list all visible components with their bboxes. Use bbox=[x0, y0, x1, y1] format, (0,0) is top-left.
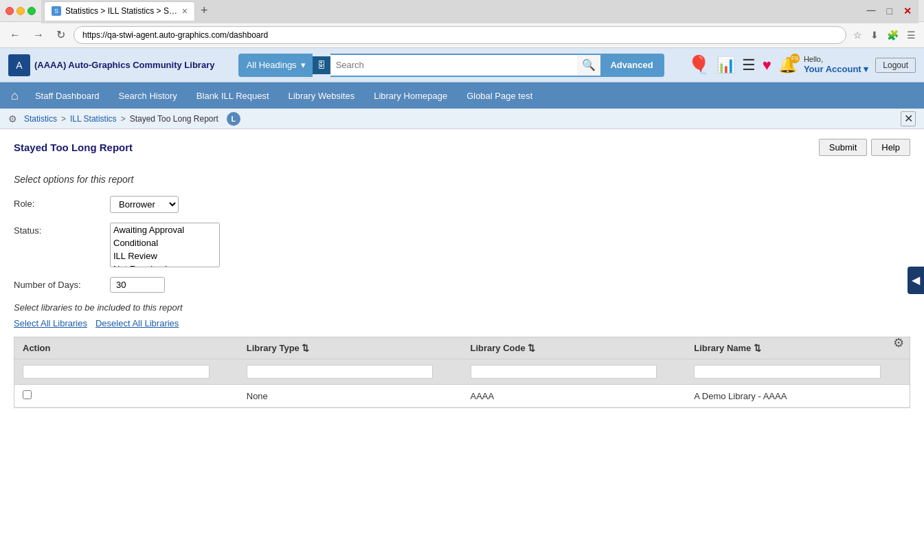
days-input[interactable] bbox=[110, 277, 165, 293]
app-header: A (AAAA) Auto-Graphics Community Library… bbox=[0, 48, 924, 82]
tab-favicon: S bbox=[52, 6, 61, 16]
breadcrumb-bar: ⚙ Statistics > ILL Statistics > Stayed T… bbox=[0, 109, 924, 129]
status-option-conditional: Conditional bbox=[111, 236, 219, 249]
nav-bar: ⌂ Staff Dashboard Search History Blank I… bbox=[0, 82, 924, 109]
filter-library-name-input[interactable] bbox=[694, 365, 881, 379]
table-settings-button[interactable]: ⚙ bbox=[893, 335, 904, 350]
page-title: Stayed Too Long Report bbox=[14, 142, 133, 153]
extensions-icon[interactable]: 🧩 bbox=[884, 28, 901, 42]
status-option-ill-review: ILL Review bbox=[111, 249, 219, 262]
notification-bell[interactable]: 🔔 F9 bbox=[778, 56, 797, 74]
app-library-name: (AAAA) Auto-Graphics Community Library bbox=[34, 60, 214, 70]
col-library-code: Library Code ⇅ bbox=[462, 337, 686, 359]
browser-titlebar: S Statistics > ILL Statistics > Staye × … bbox=[0, 0, 924, 22]
row-checkbox[interactable] bbox=[23, 390, 32, 399]
window-controls bbox=[5, 7, 36, 15]
search-input[interactable] bbox=[330, 54, 578, 77]
sort-library-type-icon[interactable]: ⇅ bbox=[302, 343, 309, 353]
search-dropdown[interactable]: All Headings ▾ bbox=[238, 54, 313, 77]
close-button[interactable]: ✕ bbox=[901, 111, 916, 126]
tab-close-btn[interactable]: × bbox=[182, 5, 188, 16]
nav-blank-ill-request[interactable]: Blank ILL Request bbox=[188, 87, 278, 105]
row-library-type: None bbox=[238, 385, 462, 407]
window-x-icon[interactable]: ✕ bbox=[899, 5, 916, 16]
balloon-icon[interactable]: 🎈 bbox=[688, 54, 710, 76]
col-action-label: Action bbox=[23, 343, 50, 353]
nav-search-history[interactable]: Search History bbox=[111, 87, 185, 105]
nav-library-websites[interactable]: Library Websites bbox=[280, 87, 363, 105]
filter-library-code-input[interactable] bbox=[471, 365, 657, 379]
filter-library-type-input[interactable] bbox=[247, 365, 433, 379]
submit-button[interactable]: Submit bbox=[819, 139, 867, 156]
title-buttons: Submit Help bbox=[819, 139, 910, 156]
deselect-all-libraries[interactable]: Deselect All Libraries bbox=[95, 318, 179, 328]
url-input[interactable] bbox=[74, 26, 846, 44]
breadcrumb-statistics[interactable]: Statistics bbox=[24, 114, 57, 124]
report-subtitle: Select options for this report bbox=[14, 174, 910, 185]
sort-library-code-icon[interactable]: ⇅ bbox=[528, 343, 535, 353]
search-button[interactable]: 🔍 bbox=[577, 54, 600, 77]
help-button[interactable]: Help bbox=[871, 139, 910, 156]
list-icon[interactable]: ☰ bbox=[742, 56, 756, 74]
bookmark-icon[interactable]: ☆ bbox=[850, 28, 865, 42]
filter-action bbox=[14, 359, 238, 385]
back-button[interactable]: ← bbox=[5, 27, 25, 43]
col-library-type-label: Library Type bbox=[247, 343, 300, 353]
filter-library-name bbox=[686, 359, 910, 385]
report-form: Select options for this report Role: Bor… bbox=[14, 167, 910, 415]
status-label: Status: bbox=[14, 223, 110, 236]
account-link[interactable]: Your Account ▾ bbox=[804, 64, 868, 74]
row-action bbox=[14, 385, 238, 407]
search-dropdown-label: All Headings bbox=[247, 60, 297, 70]
col-action: Action bbox=[14, 337, 238, 359]
table-header-row: Action Library Type ⇅ Library Code ⇅ Lib… bbox=[14, 337, 910, 359]
advanced-button[interactable]: Advanced bbox=[600, 54, 664, 77]
active-tab[interactable]: S Statistics > ILL Statistics > Staye × bbox=[44, 1, 195, 21]
status-option-not-received: Not Received bbox=[111, 262, 219, 267]
sidebar-collapse-button[interactable]: ◀ bbox=[908, 267, 924, 294]
breadcrumb-current: Stayed Too Long Report bbox=[130, 114, 218, 124]
hello-label: Hello, bbox=[804, 54, 868, 64]
role-select[interactable]: Borrower Lender bbox=[110, 196, 179, 213]
days-label: Number of Days: bbox=[14, 277, 110, 290]
forward-button[interactable]: → bbox=[29, 27, 48, 43]
window-restore-icon[interactable]: □ bbox=[883, 5, 897, 16]
status-listbox[interactable]: Awaiting Approval Conditional ILL Review… bbox=[110, 223, 220, 267]
window-close-btn[interactable] bbox=[5, 7, 14, 15]
reload-button[interactable]: ↻ bbox=[52, 27, 69, 43]
window-maximize-btn[interactable] bbox=[27, 7, 36, 15]
window-minimize-btn[interactable] bbox=[16, 7, 25, 15]
download-icon[interactable]: ⬇ bbox=[868, 28, 881, 42]
content-area: Stayed Too Long Report Submit Help Selec… bbox=[0, 129, 924, 425]
nav-library-homepage[interactable]: Library Homepage bbox=[365, 87, 455, 105]
account-label: Your Account bbox=[804, 64, 861, 74]
logout-button[interactable]: Logout bbox=[875, 58, 916, 73]
header-right: 🎈 📊 ☰ ♥ 🔔 F9 Hello, Your Account ▾ Logou… bbox=[688, 54, 916, 76]
window-min-icon[interactable]: ─ bbox=[863, 3, 880, 18]
filter-library-type bbox=[238, 359, 462, 385]
heart-icon[interactable]: ♥ bbox=[763, 56, 771, 74]
breadcrumb-icon: ⚙ bbox=[8, 113, 17, 124]
new-tab-button[interactable]: + bbox=[195, 3, 214, 18]
sort-library-name-icon[interactable]: ⇅ bbox=[754, 343, 761, 353]
database-icon[interactable]: 🗄 bbox=[313, 56, 330, 74]
table-filter-row bbox=[14, 359, 910, 385]
row-library-code: AAAA bbox=[462, 385, 686, 407]
menu-icon[interactable]: ☰ bbox=[904, 28, 919, 42]
role-label: Role: bbox=[14, 196, 110, 209]
libraries-table: Action Library Type ⇅ Library Code ⇅ Lib… bbox=[14, 337, 910, 407]
app-logo-icon: A bbox=[8, 54, 30, 76]
nav-home-button[interactable]: ⌂ bbox=[5, 86, 24, 106]
barcode-icon[interactable]: 📊 bbox=[717, 56, 735, 74]
filter-library-code bbox=[462, 359, 686, 385]
select-all-libraries[interactable]: Select All Libraries bbox=[14, 318, 87, 328]
status-control: Awaiting Approval Conditional ILL Review… bbox=[110, 223, 910, 267]
nav-staff-dashboard[interactable]: Staff Dashboard bbox=[27, 87, 108, 105]
nav-global-page-test[interactable]: Global Page test bbox=[458, 87, 541, 105]
role-control: Borrower Lender bbox=[110, 196, 910, 213]
account-chevron-icon: ▾ bbox=[864, 64, 868, 74]
col-library-name: Library Name ⇅ bbox=[686, 337, 910, 359]
search-bar: All Headings ▾ 🗄 🔍 Advanced bbox=[238, 54, 664, 77]
breadcrumb-ill-statistics[interactable]: ILL Statistics bbox=[70, 114, 117, 124]
filter-action-input[interactable] bbox=[23, 365, 210, 379]
